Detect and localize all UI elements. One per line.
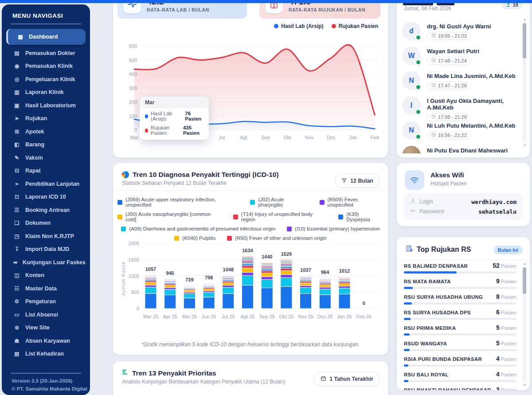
sidebar-item-pemasukan-klinik[interactable]: ◉Pemasukan Klinik — [2, 60, 90, 73]
legend-label: Hasil Lab (Arsip) — [281, 23, 323, 29]
legend-swatch-icon — [227, 236, 232, 241]
stat-lab-label: RATA-RATA LAB / BULAN — [147, 7, 209, 12]
scroll-up-icon[interactable]: ▲ — [522, 262, 527, 266]
svg-text:Jul: Jul — [219, 135, 225, 140]
legend-dot-icon — [274, 24, 278, 28]
sidebar-item-rujukan[interactable]: ➤Rujukan — [2, 112, 90, 125]
top-referral-title: Top Rujukan RS — [417, 246, 471, 254]
referral-unit: Pasien — [501, 356, 516, 362]
shift-time-badge: 17:47 - 21:28 — [427, 82, 471, 90]
sidebar-item-dashboard[interactable]: ▦Dashboard — [6, 29, 86, 45]
sidebar: MENU NAVIGASI ▦Dashboard▤Pemasukan Dokte… — [2, 4, 90, 395]
icd10-filter-button[interactable]: 12 Bulan — [335, 174, 380, 188]
referral-list-item: RSU PRIMA MEDIKA5Pasien — [404, 324, 516, 340]
shift-time-badge: 19:05 - 21:03 — [427, 32, 471, 40]
sidebar-item-rapat[interactable]: ⊟Rapat — [2, 164, 90, 178]
sidebar-item-label: Dashboard — [29, 34, 58, 40]
wifi-password-label: Password — [419, 208, 444, 215]
top-referral-card: Top Rujukan RS Bulan Ini RS BALIMED DENP… — [397, 237, 530, 390]
referral-unit: Pasien — [501, 341, 516, 346]
presence-list-icon: ▤ — [13, 351, 20, 357]
chart-tooltip: Mar Hasil Lab (Arsip):76 PasienRujukan P… — [140, 97, 209, 140]
report-icon: ▥ — [13, 89, 20, 95]
referral-list-item: RSU BHAKTI RAHAYU DENPASAR3Pasien — [404, 386, 516, 390]
shift-time-badge: 17:48 - 21:24 — [427, 57, 471, 65]
sidebar-item-konten[interactable]: ◫Konten — [2, 269, 90, 282]
hospital-name: RSIA PURI BUNDA DENPASAR — [404, 356, 482, 362]
sidebar-item-pengeluaran-klinik[interactable]: ◎Pengeluaran Klinik — [2, 73, 90, 86]
progress-fill — [404, 364, 408, 367]
sidebar-item-kunjungan-luar-faskes[interactable]: ➠Kunjungan Luar Faskes — [2, 256, 90, 269]
progress-fill — [404, 271, 457, 274]
dashboard-screen: MENU NAVIGASI ▦Dashboard▤Pemasukan Dokte… — [0, 0, 532, 395]
attendance-date: Jumat, 06 Feb 2026 — [404, 5, 451, 12]
sidebar-item-list-kehadiran[interactable]: ▤List Kehadiran — [2, 348, 90, 361]
sidebar-item-master-data[interactable]: ☷Master Data — [2, 282, 90, 295]
icd-legend-item: (I10) Essential (primary) hypertension — [287, 226, 380, 231]
tooltip-rows: Hasil Lab (Arsip):76 PasienRujukan Pasie… — [140, 108, 209, 140]
sidebar-item-booking-antrean[interactable]: ☰Booking Antrean — [2, 203, 90, 217]
sidebar-item-klaim-non-k-rjtp[interactable]: ◳Klaim Non K.RJTP — [2, 230, 90, 243]
sidebar-item-label: Import Data MJD — [25, 246, 69, 252]
icd-legend-item: (R50) Fever of other and unknown origin — [227, 235, 326, 241]
sidebar-item-list-absensi[interactable]: ▭List Absensi — [2, 308, 90, 321]
scroll-down-icon[interactable]: ▼ — [522, 144, 527, 147]
sidebar-item-hasil-laboratorium[interactable]: ▣Hasil Laboratorium — [2, 99, 90, 112]
priority-filter-button[interactable]: 1 Tahun Terakhir — [314, 372, 380, 386]
education-icon: ➢ — [13, 181, 20, 187]
clock-icon — [431, 58, 436, 63]
sidebar-item-label: Booking Antrean — [25, 207, 70, 213]
svg-text:0: 0 — [363, 301, 365, 306]
online-status-dot — [415, 134, 421, 140]
referral-unit: Pasien — [501, 294, 516, 300]
legend-swatch-icon — [338, 215, 343, 219]
tooltip-label: Rujukan Pasien: — [151, 125, 180, 136]
sidebar-item-label: Master Data — [25, 285, 57, 292]
icd-legend-item: (T14) Injury of unspecified body region — [233, 211, 327, 222]
icd-legend-item: (J069) Acute upper respiratory infection… — [117, 197, 239, 207]
scroll-thumb[interactable] — [523, 23, 526, 59]
sidebar-item-dokumen[interactable]: ❏Dokumen — [2, 217, 90, 230]
tooltip-dot-icon — [145, 129, 148, 133]
scroll-up-icon[interactable]: ▲ — [522, 18, 527, 21]
sidebar-item-barang[interactable]: ◧Barang — [2, 138, 90, 152]
referral-list-item: RS MATA RAMATA9Pasien — [404, 278, 516, 293]
progress-track — [404, 271, 516, 274]
referral-list-item: RSIA PURI BUNDA DENPASAR4Pasien — [404, 355, 516, 371]
referral-list: RS BALIMED DENPASAR52PasienRS MATA RAMAT… — [404, 262, 516, 390]
sidebar-item-view-site[interactable]: ⊕View Site — [2, 321, 90, 335]
avatar: d — [402, 22, 421, 40]
icd-legend-label: (I10) Essential (primary) hypertension — [295, 226, 380, 231]
svg-text:Okt 25: Okt 25 — [279, 314, 293, 319]
sidebar-item-pemasukan-dokter[interactable]: ▤Pemasukan Dokter — [2, 47, 90, 60]
sidebar-item-pendidikan-lanjutan[interactable]: ➢Pendidikan Lanjutan — [2, 177, 90, 191]
scroll-down-icon[interactable]: ▼ — [522, 383, 527, 387]
sidebar-item-vaksin[interactable]: ✎Vaksin — [2, 151, 90, 164]
sidebar-item-laporan-klinik[interactable]: ▥Laporan Klinik — [2, 86, 90, 99]
sidebar-item-apotek[interactable]: ⊞Apotek — [2, 125, 90, 138]
referral-list-scrollbar[interactable]: ▲ ▼ — [522, 262, 527, 387]
sidebar-item-label: Barang — [25, 141, 44, 148]
progress-track — [404, 333, 516, 336]
sidebar-item-pengaturan[interactable]: ⚙Pengaturan — [2, 295, 90, 309]
sidebar-item-absen-karyawan[interactable]: ☗Absen Karyawan — [2, 334, 90, 348]
progress-track — [404, 380, 516, 382]
hospital-name: RSU SURYA HUSADHA UBUNG — [404, 294, 483, 300]
icd10-note: *Grafik menampilkan 5 kode ICD-10 dengan… — [113, 341, 388, 348]
tooltip-row: Hasil Lab (Arsip):76 Pasien — [140, 108, 209, 122]
tooltip-label: Hasil Lab (Arsip): — [151, 111, 181, 121]
doctor-list-scrollbar[interactable]: ▲ ▼ — [522, 18, 527, 147]
scroll-thumb[interactable] — [523, 267, 526, 294]
sidebar-item-laporan-icd-10[interactable]: ⊡Laporan ICD 10 — [2, 191, 90, 204]
priority-diseases-card: Tren 13 Penyakit Prioritas Analisis Kunj… — [113, 361, 388, 395]
icd-legend-label: (J069) Acute upper respiratory infection… — [125, 197, 239, 207]
sidebar-item-import-data-mjd[interactable]: ↧Import Data MJD — [2, 243, 90, 256]
sidebar-footer-divider — [11, 373, 81, 374]
svg-text:Sep: Sep — [261, 135, 270, 140]
svg-text:1057: 1057 — [145, 266, 156, 272]
sidebar-item-label: Absen Karyawan — [25, 338, 70, 344]
referral-list-item: RSUD WANGAYA5Pasien — [404, 340, 516, 355]
sidebar-menu-title: MENU NAVIGASI — [2, 4, 90, 23]
shift-time: 17:48 - 21:24 — [438, 58, 467, 63]
svg-text:Sep 25: Sep 25 — [259, 314, 275, 319]
